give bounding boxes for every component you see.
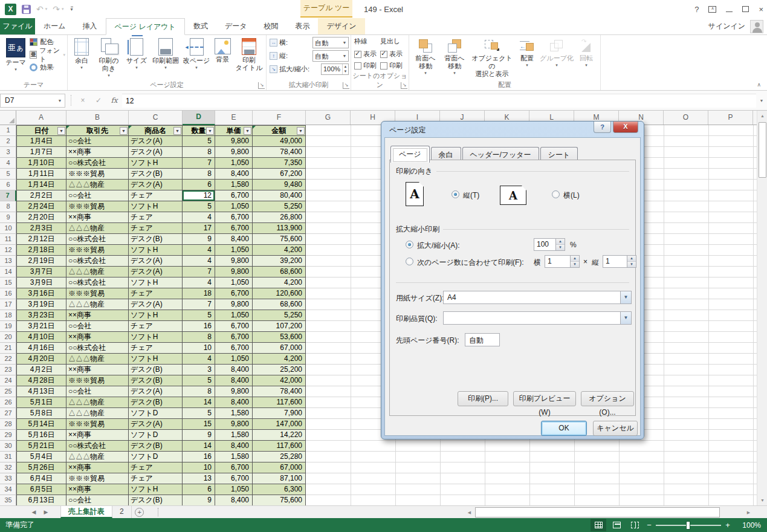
cell[interactable]: 9,480 bbox=[253, 180, 306, 190]
cell[interactable]: ××商事 bbox=[66, 365, 129, 375]
row-header-8[interactable]: 8 bbox=[0, 201, 16, 212]
row-header-10[interactable]: 10 bbox=[0, 223, 16, 234]
cell[interactable]: 25,280 bbox=[253, 452, 306, 462]
cell[interactable]: 9,800 bbox=[215, 386, 253, 397]
fit-width-spinner[interactable]: 1 ▲▼ bbox=[545, 255, 580, 268]
cell[interactable]: 7,350 bbox=[253, 158, 306, 169]
row-header-35[interactable]: 35 bbox=[0, 495, 16, 505]
cell[interactable]: 5月8日 bbox=[16, 408, 66, 419]
cell[interactable]: 78,400 bbox=[253, 147, 306, 158]
scale-dialog-launcher-icon[interactable]: ↘ bbox=[343, 82, 349, 89]
horizontal-scrollbar[interactable]: ◀ ▶ bbox=[464, 507, 754, 517]
tab-6[interactable]: 表示 bbox=[286, 18, 318, 34]
row-header-30[interactable]: 30 bbox=[0, 441, 16, 452]
cell[interactable]: 8,400 bbox=[215, 169, 253, 180]
headings-view-checkbox[interactable]: 表示 bbox=[380, 48, 403, 60]
cell[interactable]: 67,200 bbox=[253, 169, 306, 180]
table-header-単価[interactable]: 単価▼ bbox=[215, 125, 253, 136]
cell[interactable]: ソフトH bbox=[129, 245, 183, 256]
sheet-nav-left-icon[interactable]: ◀ bbox=[28, 506, 40, 518]
column-header-O[interactable]: O bbox=[664, 111, 708, 125]
table-header-取引先[interactable]: 取引先▼ bbox=[66, 125, 129, 136]
row-header-2[interactable]: 2 bbox=[0, 136, 16, 147]
zoom-in-icon[interactable]: + bbox=[723, 521, 732, 530]
cell[interactable]: デスク(A) bbox=[129, 180, 183, 190]
cell[interactable]: 3 bbox=[183, 365, 215, 375]
cell[interactable]: ××商事 bbox=[66, 430, 129, 441]
cell[interactable]: 7,900 bbox=[253, 408, 306, 419]
vertical-scrollbar-thumb[interactable] bbox=[759, 122, 766, 178]
cell[interactable]: 3月19日 bbox=[16, 299, 66, 310]
cell[interactable]: 6,700 bbox=[215, 288, 253, 299]
scale-zoom-spinner[interactable]: 100%▲▼ bbox=[321, 63, 349, 75]
cell[interactable]: 4月16日 bbox=[16, 343, 66, 354]
align-objects-button[interactable]: 配置▾ bbox=[515, 36, 539, 80]
cell[interactable]: 78,400 bbox=[253, 386, 306, 397]
selection-pane-button[interactable]: オブジェクトの 選択と表示 bbox=[469, 36, 515, 80]
cell[interactable]: 42,000 bbox=[253, 375, 306, 386]
theme-fonts-button[interactable]: 亜フォント▾ bbox=[30, 48, 65, 61]
sheet-nav-right-icon[interactable]: ▶ bbox=[40, 506, 52, 518]
cell[interactable]: チェア bbox=[129, 223, 183, 234]
options-button[interactable]: オプション(O)... bbox=[581, 391, 634, 406]
zoom-out-icon[interactable]: − bbox=[645, 521, 653, 530]
cell[interactable]: 9 bbox=[183, 234, 215, 245]
cell[interactable]: 120,600 bbox=[253, 288, 306, 299]
cell[interactable]: 6,700 bbox=[215, 212, 253, 223]
page-break-view-button[interactable] bbox=[627, 519, 642, 531]
cell[interactable]: 80,400 bbox=[253, 190, 306, 201]
adjust-to-radio[interactable] bbox=[406, 241, 413, 248]
row-header-23[interactable]: 23 bbox=[0, 365, 16, 375]
print-button[interactable]: 印刷(P)... bbox=[458, 391, 508, 406]
cell[interactable]: 5 bbox=[183, 375, 215, 386]
cell[interactable]: 49,000 bbox=[253, 136, 306, 147]
cell[interactable]: 4 bbox=[183, 212, 215, 223]
formula-input[interactable]: 12 bbox=[122, 94, 756, 108]
tab-1[interactable]: 挿入 bbox=[74, 18, 106, 34]
tab-5[interactable]: 校閲 bbox=[255, 18, 286, 34]
tab-3[interactable]: 数式 bbox=[185, 18, 216, 34]
cell[interactable]: △△△物産 bbox=[66, 223, 129, 234]
scroll-left-icon[interactable]: ◀ bbox=[464, 507, 474, 517]
cell[interactable]: △△△物産 bbox=[66, 354, 129, 365]
scroll-up-icon[interactable]: ▲ bbox=[757, 111, 767, 121]
cell[interactable]: 8,400 bbox=[215, 397, 253, 408]
fit-height-spinner[interactable]: 1 ▲▼ bbox=[603, 255, 636, 268]
column-header-F[interactable]: F bbox=[253, 111, 306, 125]
cell[interactable]: ××商事 bbox=[66, 332, 129, 343]
table-header-数量[interactable]: 数量▼ bbox=[183, 125, 215, 136]
column-header-C[interactable]: C bbox=[129, 111, 183, 125]
landscape-label[interactable]: 横(L) bbox=[563, 190, 580, 201]
dialog-help-icon[interactable]: ? bbox=[594, 122, 611, 133]
cell[interactable]: 4 bbox=[183, 277, 215, 288]
orientation-button[interactable]: 印刷の 向き▾ bbox=[94, 36, 124, 80]
cell[interactable]: ソフトD bbox=[129, 408, 183, 419]
print-titles-button[interactable]: 印刷 タイトル bbox=[234, 36, 264, 80]
row-header-24[interactable]: 24 bbox=[0, 375, 16, 386]
row-header-29[interactable]: 29 bbox=[0, 430, 16, 441]
cell[interactable]: 4 bbox=[183, 354, 215, 365]
cell[interactable]: 9,800 bbox=[215, 267, 253, 277]
row-header-20[interactable]: 20 bbox=[0, 332, 16, 343]
cell[interactable]: 53,600 bbox=[253, 332, 306, 343]
avatar[interactable] bbox=[750, 20, 763, 33]
cell[interactable]: チェア bbox=[129, 190, 183, 201]
row-header-5[interactable]: 5 bbox=[0, 169, 16, 180]
cell[interactable]: デスク(B) bbox=[129, 397, 183, 408]
cell[interactable]: △△△物産 bbox=[66, 408, 129, 419]
cell[interactable]: ○○株式会社 bbox=[66, 343, 129, 354]
cell[interactable]: 17 bbox=[183, 223, 215, 234]
dialog-close-icon[interactable]: X bbox=[613, 122, 638, 133]
print-preview-button[interactable]: 印刷プレビュー(W) bbox=[513, 391, 576, 406]
cell[interactable]: 4月20日 bbox=[16, 354, 66, 365]
cell[interactable]: 1,050 bbox=[215, 354, 253, 365]
row-header-33[interactable]: 33 bbox=[0, 473, 16, 484]
help-icon[interactable]: ? bbox=[694, 5, 699, 13]
cell[interactable]: 4月13日 bbox=[16, 386, 66, 397]
tab-file[interactable]: ファイル bbox=[0, 18, 35, 34]
page-layout-view-button[interactable] bbox=[609, 519, 624, 531]
cell[interactable]: 2月3日 bbox=[16, 223, 66, 234]
cell[interactable]: 1,050 bbox=[215, 158, 253, 169]
cell[interactable]: ○○会社 bbox=[66, 190, 129, 201]
margins-button[interactable]: 余白▾ bbox=[70, 36, 94, 80]
